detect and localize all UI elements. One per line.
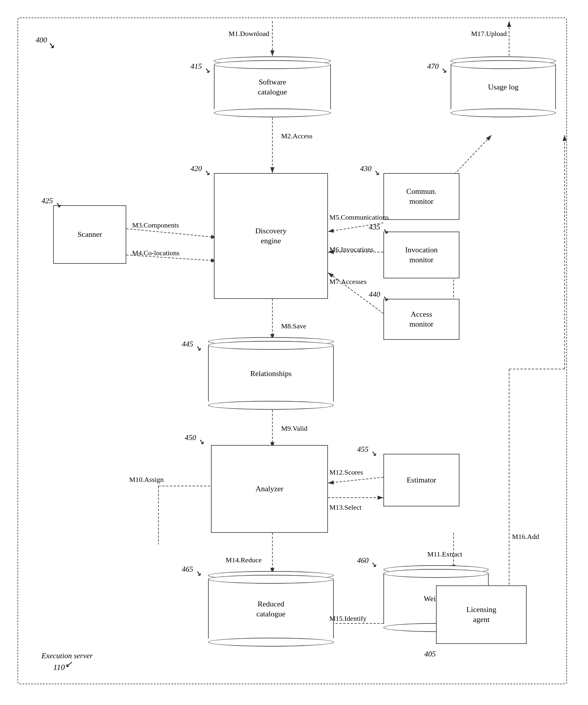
ref-450: 450 <box>185 433 196 442</box>
software-catalogue-label: Softwarecatalogue <box>258 77 287 97</box>
msg-m13: M13.Select <box>329 504 361 511</box>
commun-monitor-node: Commun.monitor <box>383 173 459 220</box>
discovery-engine-node: Discoveryengine <box>214 173 328 299</box>
relationships-node: Relationships <box>208 337 334 410</box>
usage-log-node: Usage log <box>451 56 556 117</box>
ref-arrow-460: ↘ <box>370 560 377 569</box>
ref-455: 455 <box>357 445 369 454</box>
reduced-catalogue-node: Reducedcatalogue <box>208 571 334 647</box>
ref-arrow-425: ↘ <box>55 200 61 209</box>
usage-log-label: Usage log <box>488 82 519 92</box>
ref-arrow-445: ↘ <box>195 343 201 352</box>
msg-m11: M11.Extract <box>427 550 462 558</box>
ref-470: 470 <box>427 62 439 71</box>
msg-m9: M9.Valid <box>281 425 307 432</box>
svg-line-14 <box>328 477 383 483</box>
ref-arrow-450: ↘ <box>198 437 204 446</box>
ref-430: 430 <box>360 164 372 173</box>
software-catalogue-node: Softwarecatalogue <box>214 56 331 117</box>
msg-m3: M3.Components <box>132 221 179 229</box>
commun-monitor-label: Commun.monitor <box>406 187 436 206</box>
ref-arrow-435: ↘ <box>382 227 388 236</box>
msg-m7: M7.Accesses <box>329 278 366 286</box>
svg-line-4 <box>126 229 217 237</box>
discovery-engine-label: Discoveryengine <box>255 226 287 246</box>
msg-m4: M4.Co-locations <box>132 249 180 257</box>
invocation-monitor-node: Invocationmonitor <box>383 232 459 278</box>
msg-m12: M12.Scores <box>329 468 363 476</box>
analyzer-node: Analyzer <box>211 445 328 533</box>
relationships-label: Relationships <box>250 369 292 379</box>
ref-420: 420 <box>191 164 202 173</box>
ref-arrow-465: ↘ <box>195 569 201 578</box>
msg-m1: M1.Download <box>229 30 269 38</box>
server-num-arrow: ↙ <box>65 659 72 669</box>
msg-m5: M5.Communications <box>329 214 389 221</box>
server-num-label: 110 <box>53 663 65 672</box>
ref-425: 425 <box>42 196 53 205</box>
ref-arrow-400: ↘ <box>47 40 55 50</box>
ref-arrow-430: ↘ <box>373 168 380 177</box>
ref-arrow-470: ↘ <box>440 66 447 75</box>
msg-m8: M8.Save <box>281 322 306 330</box>
ref-405: 405 <box>424 650 436 659</box>
analyzer-label: Analyzer <box>255 484 283 494</box>
diagram-boundary: Softwarecatalogue Usage log Discoveryeng… <box>17 17 567 684</box>
msg-m6: M6.Invocations <box>329 246 374 253</box>
ref-arrow-440: ↘ <box>382 294 388 303</box>
estimator-node: Estimator <box>383 454 459 507</box>
msg-m15: M15.Identify <box>329 615 366 622</box>
access-monitor-label: Accessmonitor <box>409 310 433 329</box>
ref-arrow-455: ↘ <box>370 449 377 458</box>
ref-435: 435 <box>369 223 380 232</box>
invocation-monitor-label: Invocationmonitor <box>405 245 438 265</box>
scanner-label: Scanner <box>78 230 102 239</box>
ref-440: 440 <box>369 290 380 299</box>
ref-arrow-420: ↘ <box>204 168 210 177</box>
msg-m10: M10.Assign <box>129 476 164 484</box>
estimator-label: Estimator <box>406 475 436 485</box>
reduced-catalogue-label: Reducedcatalogue <box>256 599 286 619</box>
msg-m14: M14.Reduce <box>226 556 261 564</box>
ref-400: 400 <box>36 36 47 44</box>
ref-460: 460 <box>357 556 369 565</box>
scanner-node: Scanner <box>53 205 126 264</box>
ref-465: 465 <box>182 565 193 574</box>
msg-m2: M2.Access <box>281 132 312 140</box>
licensing-agent-label: Licensingagent <box>467 605 496 624</box>
licensing-agent-node: Licensingagent <box>436 585 527 644</box>
ref-445: 445 <box>182 340 193 348</box>
access-monitor-node: Accessmonitor <box>383 299 459 340</box>
msg-m16: M16.Add <box>512 533 539 540</box>
ref-415: 415 <box>191 62 202 71</box>
ref-arrow-415: ↘ <box>204 66 210 75</box>
msg-m17: M17.Upload <box>471 30 507 38</box>
